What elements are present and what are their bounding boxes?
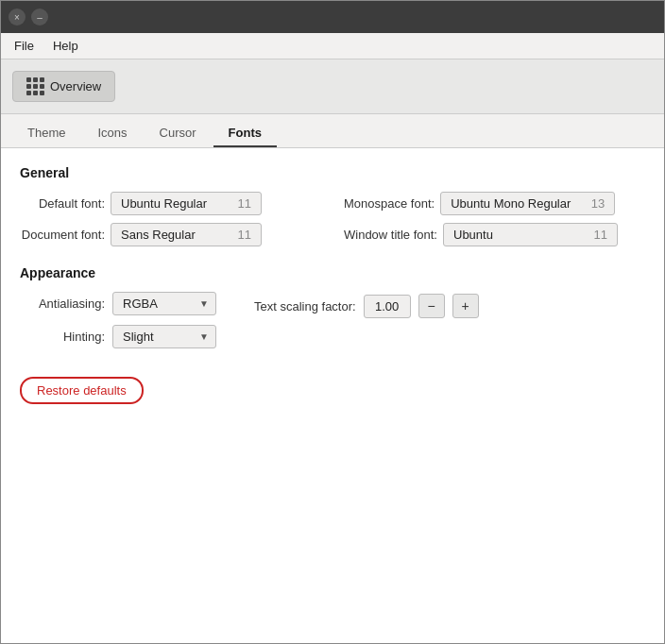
window-title-font-button[interactable]: Ubuntu 11 <box>443 223 618 246</box>
grid-icon <box>26 77 44 95</box>
antialiasing-label: Antialiasing: <box>20 297 105 311</box>
antialiasing-select-wrapper: None Grayscale RGBA Subpixel ▼ <box>112 292 216 315</box>
text-scaling-label: Text scaling factor: <box>254 299 356 314</box>
default-font-button[interactable]: Ubuntu Regular 11 <box>111 192 262 215</box>
tab-theme[interactable]: Theme <box>12 120 80 147</box>
minimize-button[interactable]: – <box>31 8 48 25</box>
window-title-font-label: Window title font: <box>344 228 437 242</box>
appearance-section-title: Appearance <box>20 265 645 280</box>
default-font-size: 11 <box>238 196 251 211</box>
antialiasing-select[interactable]: None Grayscale RGBA Subpixel <box>112 292 216 315</box>
hinting-select[interactable]: None Slight Medium Full <box>112 325 216 348</box>
default-font-label: Default font: <box>20 196 105 211</box>
tab-icons[interactable]: Icons <box>82 120 142 147</box>
hinting-row: Hinting: None Slight Medium Full ▼ <box>20 325 216 348</box>
document-font-size: 11 <box>238 228 251 242</box>
titlebar: × – <box>1 1 664 33</box>
window-title-font-size: 11 <box>594 228 607 242</box>
monospace-font-size: 13 <box>591 196 605 211</box>
tab-fonts[interactable]: Fonts <box>213 120 277 147</box>
main-content: General Default font: Ubuntu Regular 11 … <box>1 148 664 643</box>
overview-label: Overview <box>50 79 101 93</box>
text-scaling-row: Text scaling factor: 1.00 − + <box>254 294 479 318</box>
appearance-right-col: Text scaling factor: 1.00 − + <box>254 292 479 318</box>
menubar: File Help <box>1 33 664 59</box>
monospace-font-label: Monospace font: <box>344 196 435 211</box>
appearance-left-col: Antialiasing: None Grayscale RGBA Subpix… <box>20 292 216 358</box>
text-scaling-value: 1.00 <box>364 295 411 318</box>
default-font-row: Default font: Ubuntu Regular 11 <box>20 192 321 215</box>
font-grid: Default font: Ubuntu Regular 11 Monospac… <box>20 192 645 246</box>
scaling-increase-button[interactable]: + <box>452 294 479 318</box>
window-title-font-row: Window title font: Ubuntu 11 <box>344 223 645 246</box>
toolbar: Overview <box>1 59 664 114</box>
scaling-decrease-button[interactable]: − <box>418 294 445 318</box>
hinting-label: Hinting: <box>20 330 105 344</box>
tabbar: Theme Icons Cursor Fonts <box>1 114 664 148</box>
document-font-value: Sans Regular <box>121 228 196 242</box>
monospace-font-value: Ubuntu Mono Regular <box>451 196 571 211</box>
appearance-section: Appearance Antialiasing: None Grayscale … <box>20 265 645 358</box>
tab-cursor[interactable]: Cursor <box>145 120 212 147</box>
default-font-value: Ubuntu Regular <box>121 196 207 211</box>
hinting-select-wrapper: None Slight Medium Full ▼ <box>112 325 216 348</box>
antialiasing-row: Antialiasing: None Grayscale RGBA Subpix… <box>20 292 216 315</box>
general-section-title: General <box>20 165 645 180</box>
menu-file[interactable]: File <box>7 36 42 56</box>
document-font-button[interactable]: Sans Regular 11 <box>111 223 262 246</box>
window: × – File Help Overview Theme Icons Curso… <box>0 0 665 644</box>
restore-defaults-button[interactable]: Restore defaults <box>20 377 144 404</box>
document-font-label: Document font: <box>20 228 105 242</box>
monospace-font-row: Monospace font: Ubuntu Mono Regular 13 <box>344 192 645 215</box>
menu-help[interactable]: Help <box>45 36 86 56</box>
document-font-row: Document font: Sans Regular 11 <box>20 223 321 246</box>
close-button[interactable]: × <box>9 8 26 25</box>
monospace-font-button[interactable]: Ubuntu Mono Regular 13 <box>440 192 615 215</box>
overview-button[interactable]: Overview <box>12 71 115 102</box>
window-title-font-value: Ubuntu <box>453 228 493 242</box>
